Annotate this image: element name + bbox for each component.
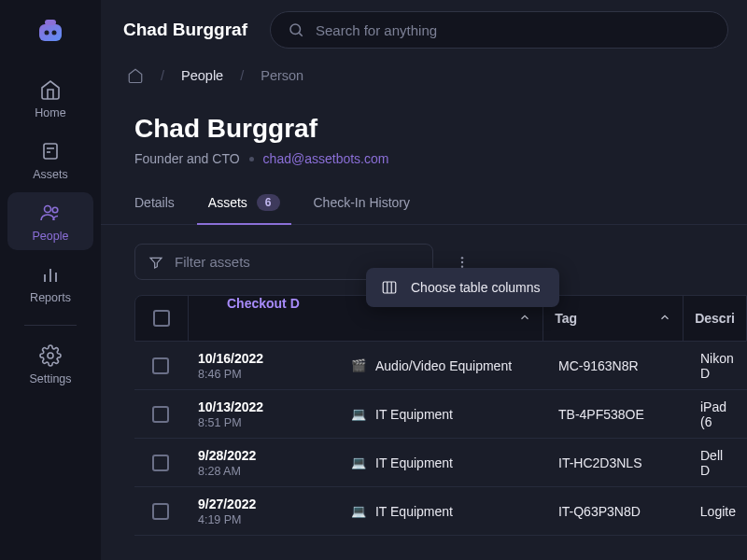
nav-home[interactable]: Home xyxy=(7,69,93,127)
tab-assets[interactable]: Assets 6 xyxy=(208,194,280,224)
column-label: Descri xyxy=(695,311,735,326)
svg-point-7 xyxy=(45,206,51,213)
tab-label: Assets xyxy=(208,195,247,210)
checkout-date: 9/28/2022 xyxy=(198,448,256,463)
asset-description: Dell D xyxy=(689,448,747,478)
svg-line-14 xyxy=(299,33,302,35)
table-row[interactable]: 9/28/20228:28 AM💻IT EquipmentIT-HC2D3NLS… xyxy=(134,439,747,487)
person-header: Chad Burggraf Founder and CTO chad@asset… xyxy=(101,91,747,177)
checkout-date: 10/16/2022 xyxy=(198,351,263,366)
select-all-checkbox[interactable] xyxy=(153,310,170,327)
asset-tag: TB-4PF538OE xyxy=(547,407,689,422)
category-name: Audio/Video Equipment xyxy=(375,358,512,373)
breadcrumb-people[interactable]: People xyxy=(181,68,223,83)
global-search[interactable] xyxy=(270,11,728,49)
asset-tag: MC-9163N8R xyxy=(547,358,689,373)
category-name: IT Equipment xyxy=(375,455,453,470)
column-label: Tag xyxy=(555,311,577,326)
svg-rect-4 xyxy=(44,144,57,159)
tab-details[interactable]: Details xyxy=(134,194,175,224)
assets-count-badge: 6 xyxy=(257,194,280,211)
category-name: IT Equipment xyxy=(375,407,453,422)
table-row[interactable]: 10/16/20228:46 PM🎬Audio/Video EquipmentM… xyxy=(134,342,747,390)
chevron-up-icon xyxy=(658,311,671,327)
app-logo xyxy=(35,17,65,47)
svg-rect-0 xyxy=(39,24,62,41)
nav-label: Settings xyxy=(29,372,71,385)
svg-point-17 xyxy=(461,265,463,267)
chevron-up-icon xyxy=(518,311,531,327)
row-checkbox[interactable] xyxy=(152,406,169,423)
svg-point-2 xyxy=(45,31,49,35)
svg-point-3 xyxy=(52,31,57,35)
checkout-time: 8:51 PM xyxy=(198,416,242,429)
asset-description: Logite xyxy=(689,504,747,519)
reports-icon xyxy=(39,263,62,286)
breadcrumb-person: Person xyxy=(261,68,303,83)
nav-reports[interactable]: Reports xyxy=(7,254,93,312)
assets-table: Checkout D Tag Descri 10/16/20228:46 PM🎬… xyxy=(134,295,747,536)
nav-assets[interactable]: Assets xyxy=(7,131,93,189)
svg-point-13 xyxy=(290,24,301,35)
category-icon: 🎬 xyxy=(351,358,366,372)
nav-label: Assets xyxy=(33,168,68,181)
gear-icon xyxy=(39,344,62,367)
svg-rect-1 xyxy=(45,20,56,25)
tab-label: Details xyxy=(134,195,175,210)
person-role: Founder and CTO xyxy=(134,151,240,166)
person-email[interactable]: chad@assetbots.com xyxy=(263,151,389,166)
svg-point-15 xyxy=(461,257,463,259)
column-category[interactable] xyxy=(338,311,543,327)
search-icon xyxy=(288,21,304,38)
category-icon: 💻 xyxy=(351,504,366,518)
filter-row: Choose table columns xyxy=(101,225,747,295)
table-row[interactable]: 9/27/20224:19 PM💻IT EquipmentIT-Q63P3N8D… xyxy=(134,487,747,536)
main-content: Chad Burggraf / People / Person Chad Bur… xyxy=(101,0,747,560)
tabs: Details Assets 6 Check-In History xyxy=(101,177,747,225)
svg-point-8 xyxy=(52,207,58,213)
popover-label: Choose table columns xyxy=(411,280,541,295)
nav-divider xyxy=(24,325,77,326)
breadcrumb-separator: / xyxy=(161,68,164,83)
nav-label: Reports xyxy=(30,291,71,304)
filter-icon xyxy=(148,255,163,270)
people-icon xyxy=(39,202,62,224)
nav-label: People xyxy=(33,230,69,243)
row-checkbox[interactable] xyxy=(152,503,169,520)
nav-people[interactable]: People xyxy=(7,192,93,250)
person-name: Chad Burggraf xyxy=(134,114,747,144)
column-tag[interactable]: Tag xyxy=(543,296,683,341)
sidebar: Home Assets People Reports Settings xyxy=(0,0,101,560)
asset-tag: IT-HC2D3NLS xyxy=(547,455,689,470)
checkout-date: 9/27/2022 xyxy=(198,497,256,511)
columns-popover[interactable]: Choose table columns xyxy=(366,268,559,307)
checkout-time: 8:28 AM xyxy=(198,465,241,478)
nav-settings[interactable]: Settings xyxy=(7,335,93,393)
home-icon xyxy=(39,78,62,101)
category-icon: 💻 xyxy=(351,407,366,421)
checkout-date: 10/13/2022 xyxy=(198,399,263,414)
svg-point-12 xyxy=(48,353,53,358)
table-row[interactable]: 10/13/20228:51 PM💻IT EquipmentTB-4PF538O… xyxy=(134,390,747,439)
category-name: IT Equipment xyxy=(375,504,453,519)
category-icon: 💻 xyxy=(351,455,366,469)
column-checkout-date[interactable]: Checkout D xyxy=(188,296,339,341)
tab-label: Check-In History xyxy=(314,195,410,210)
asset-tag: IT-Q63P3N8D xyxy=(547,504,689,519)
svg-point-16 xyxy=(461,260,463,262)
asset-description: iPad (6 xyxy=(689,399,747,429)
row-checkbox[interactable] xyxy=(152,357,169,374)
checkout-time: 8:46 PM xyxy=(198,368,242,381)
columns-icon xyxy=(381,279,398,296)
row-checkbox[interactable] xyxy=(152,455,169,471)
breadcrumb-home-icon[interactable] xyxy=(127,67,144,84)
search-input[interactable] xyxy=(316,22,711,38)
asset-description: Nikon D xyxy=(689,351,747,381)
separator-dot xyxy=(249,157,254,161)
page-title: Chad Burggraf xyxy=(123,20,247,40)
assets-icon xyxy=(39,140,62,162)
breadcrumb: / People / Person xyxy=(101,60,747,91)
tab-checkin-history[interactable]: Check-In History xyxy=(314,194,410,224)
column-description[interactable]: Descri xyxy=(683,296,746,341)
breadcrumb-separator: / xyxy=(240,68,244,83)
